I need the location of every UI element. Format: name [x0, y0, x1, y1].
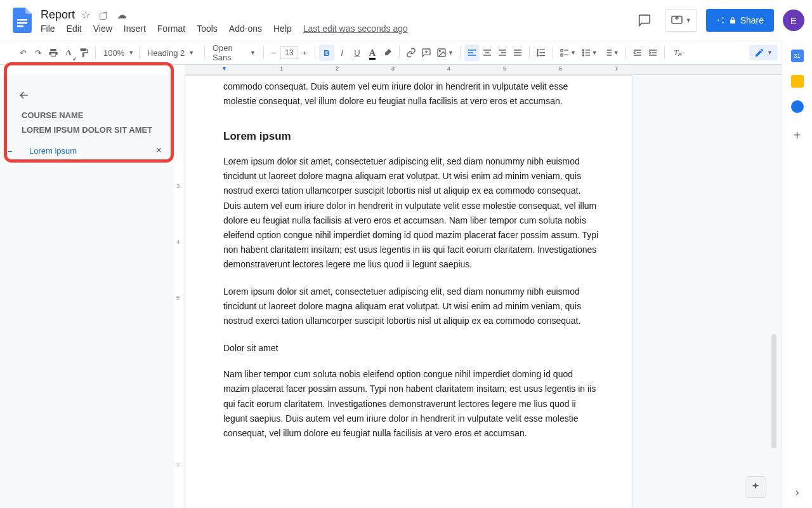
- outline-marker-icon: –: [8, 146, 15, 156]
- menu-view[interactable]: View: [93, 23, 112, 34]
- svg-point-11: [582, 55, 584, 56]
- tasks-icon[interactable]: [791, 100, 804, 113]
- scrollbar[interactable]: [771, 80, 778, 503]
- insert-link-button[interactable]: [403, 44, 419, 61]
- zoom-select[interactable]: 100%▼: [100, 48, 135, 58]
- paint-format-button[interactable]: [76, 44, 91, 61]
- share-button[interactable]: Share: [706, 9, 774, 32]
- menu-addons[interactable]: Add-ons: [229, 23, 262, 34]
- avatar[interactable]: E: [783, 10, 804, 31]
- star-icon[interactable]: ☆: [81, 10, 90, 20]
- doc-title[interactable]: Report: [41, 8, 75, 22]
- font-size-decrease[interactable]: −: [268, 46, 280, 59]
- menu-tools[interactable]: Tools: [197, 23, 218, 34]
- keep-icon[interactable]: [791, 75, 804, 88]
- svg-point-6: [439, 50, 440, 51]
- paragraph[interactable]: commodo consequat. Duis autem vel eum ir…: [223, 76, 599, 109]
- align-justify-button[interactable]: [510, 44, 525, 61]
- outline-item-active[interactable]: – Lorem ipsum ×: [0, 141, 174, 160]
- font-select[interactable]: Open Sans▼: [209, 43, 259, 62]
- svg-rect-7: [561, 50, 563, 51]
- bold-button[interactable]: B: [319, 44, 334, 61]
- paragraph[interactable]: Lorem ipsum dolor sit amet, consectetuer…: [223, 284, 599, 328]
- bulleted-list-button[interactable]: ▼: [579, 44, 600, 61]
- svg-point-9: [582, 50, 584, 51]
- outline-heading-1[interactable]: COURSE NAME: [0, 107, 174, 123]
- outline-panel: COURSE NAME LOREM IPSUM DOLOR SIT AMET –…: [0, 75, 174, 508]
- side-panel: + ›: [782, 41, 812, 508]
- subheading[interactable]: Dolor sit amet: [223, 341, 599, 356]
- svg-rect-0: [17, 19, 27, 21]
- cloud-icon[interactable]: ☁: [117, 10, 127, 20]
- align-right-button[interactable]: [495, 44, 510, 61]
- insert-image-button[interactable]: ▼: [434, 44, 456, 61]
- calendar-icon[interactable]: [791, 50, 804, 62]
- explore-button[interactable]: [745, 476, 766, 498]
- font-size-control: − 13 +: [268, 46, 311, 59]
- spellcheck-button[interactable]: A✓: [61, 44, 76, 61]
- menu-insert[interactable]: Insert: [124, 23, 146, 34]
- outline-heading-1b[interactable]: LOREM IPSUM DOLOR SIT AMET: [0, 123, 174, 141]
- svg-point-10: [582, 52, 584, 53]
- docs-logo[interactable]: [10, 8, 36, 33]
- scrollbar-thumb[interactable]: [771, 334, 776, 448]
- menu-edit[interactable]: Edit: [67, 23, 82, 34]
- line-spacing-button[interactable]: [534, 44, 549, 61]
- svg-rect-2: [17, 25, 23, 27]
- move-icon[interactable]: ▢⃗: [99, 10, 107, 20]
- comments-icon[interactable]: [633, 9, 656, 32]
- italic-button[interactable]: I: [334, 44, 350, 61]
- indent-increase-button[interactable]: [645, 44, 660, 61]
- print-button[interactable]: [46, 44, 61, 61]
- clear-formatting-button[interactable]: T✕: [669, 44, 684, 61]
- hide-sidepanel-button[interactable]: ›: [796, 486, 799, 499]
- checklist-button[interactable]: ▼: [557, 44, 579, 61]
- last-edit-link[interactable]: Last edit was seconds ago: [303, 23, 408, 34]
- menu-bar: File Edit View Insert Format Tools Add-o…: [41, 23, 408, 34]
- editing-mode-button[interactable]: ▼: [749, 45, 778, 60]
- vertical-ruler[interactable]: 3 4 5 7: [174, 75, 185, 508]
- menu-format[interactable]: Format: [157, 23, 185, 34]
- align-center-button[interactable]: [480, 44, 495, 61]
- outline-back-button[interactable]: [0, 75, 174, 107]
- svg-rect-1: [17, 22, 27, 24]
- outline-item-label: Lorem ipsum: [29, 146, 77, 156]
- toolbar: ↶ ↷ A✓ 100%▼ Heading 2▼ Open Sans▼ − 13 …: [0, 41, 812, 65]
- align-left-button[interactable]: [464, 44, 480, 61]
- font-size-increase[interactable]: +: [298, 46, 311, 59]
- menu-help[interactable]: Help: [273, 23, 292, 34]
- document-viewport[interactable]: commodo consequat. Duis autem vel eum ir…: [185, 75, 782, 508]
- numbered-list-button[interactable]: ▼: [600, 44, 622, 61]
- horizontal-ruler[interactable]: ▾ · 1 2 3 4 5 6 7: [185, 65, 782, 75]
- redo-button[interactable]: ↷: [30, 44, 46, 61]
- indent-decrease-button[interactable]: [630, 44, 645, 61]
- present-button[interactable]: ▼: [665, 9, 697, 32]
- share-label: Share: [740, 15, 764, 25]
- svg-rect-8: [561, 54, 563, 56]
- underline-button[interactable]: U: [350, 44, 365, 61]
- titlebar: Report ☆ ▢⃗ ☁ File Edit View Insert Form…: [0, 0, 812, 41]
- paragraph[interactable]: Nam liber tempor cum soluta nobis eleife…: [223, 367, 599, 440]
- paragraph[interactable]: Lorem ipsum dolor sit amet, consectetuer…: [223, 154, 599, 272]
- insert-comment-button[interactable]: [419, 44, 434, 61]
- highlight-button[interactable]: [380, 44, 395, 61]
- text-color-button[interactable]: A: [365, 44, 380, 61]
- undo-button[interactable]: ↶: [15, 44, 30, 61]
- document-page[interactable]: commodo consequat. Duis autem vel eum ir…: [185, 75, 632, 508]
- paragraph-style-select[interactable]: Heading 2▼: [143, 48, 200, 58]
- heading-2[interactable]: Lorem ipsum: [223, 128, 599, 145]
- menu-file[interactable]: File: [41, 23, 55, 34]
- font-size-value[interactable]: 13: [280, 46, 298, 59]
- outline-item-remove[interactable]: ×: [156, 145, 162, 156]
- add-addon-button[interactable]: +: [794, 128, 801, 143]
